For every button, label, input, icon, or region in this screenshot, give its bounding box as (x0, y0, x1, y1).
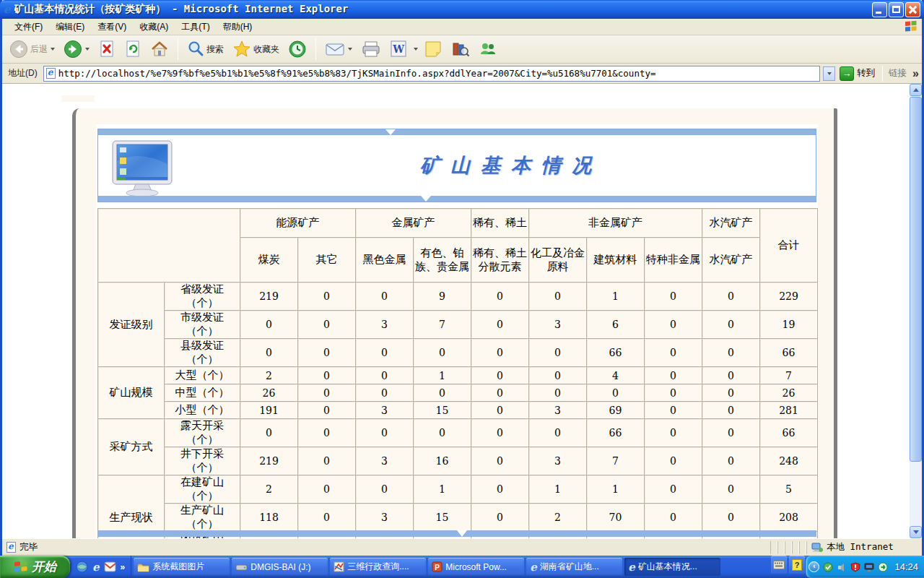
forward-button[interactable] (61, 38, 92, 60)
stats-table: 能源矿产金属矿产稀有、稀土非金属矿产水汽矿产合计煤炭其它黑色金属有色、铂族、贵金… (97, 208, 818, 538)
intranet-icon (811, 543, 823, 553)
back-button[interactable]: 后退 (6, 38, 58, 60)
value-cell: 19 (760, 311, 818, 339)
value-cell: 69 (587, 402, 645, 419)
value-cell: 281 (760, 402, 818, 419)
corner-cell (98, 209, 240, 282)
security-shield-tray-icon[interactable] (850, 562, 860, 572)
value-cell: 0 (240, 339, 298, 367)
address-label: 地址(D) (5, 67, 40, 79)
value-cell: 219 (240, 447, 298, 475)
scroll-down-button[interactable] (910, 526, 922, 538)
table-row: 中型（个）260000000026 (98, 384, 818, 402)
discuss-button[interactable] (421, 38, 445, 60)
chevron-down-icon (827, 72, 832, 75)
print-button[interactable] (358, 38, 384, 60)
taskbar-task-button[interactable]: PMicrosoft Pow... (428, 558, 524, 576)
row-label: 生产矿山（个） (165, 504, 240, 532)
messenger-button[interactable] (476, 38, 500, 60)
close-button[interactable] (905, 2, 920, 17)
table-row: 发证级别省级发证（个）21900900100229 (98, 282, 818, 311)
taskbar-task-button[interactable]: 湖南省矿山地... (526, 558, 622, 576)
taskbar-task-button[interactable]: 三维行政查询.... (330, 558, 426, 576)
start-button[interactable]: 开始 (0, 556, 70, 578)
value-cell: 0 (529, 282, 587, 311)
value-cell: 1 (587, 475, 645, 504)
quick-launch-overflow-icon[interactable]: » (121, 562, 126, 572)
volume-tray-icon[interactable] (837, 562, 847, 572)
value-cell: 2 (240, 475, 298, 504)
zone-label: 本地 Intranet (827, 541, 894, 553)
value-cell: 16 (414, 447, 471, 475)
column-header: 黑色金属 (356, 238, 414, 282)
separator (882, 66, 883, 82)
maximize-button[interactable] (889, 2, 904, 17)
menu-favorites[interactable]: 收藏(A) (133, 19, 175, 35)
value-cell: 0 (414, 339, 471, 367)
svg-text:?: ? (795, 561, 800, 569)
scrollbar-thumb[interactable] (910, 97, 922, 462)
mail-dropdown-icon[interactable] (348, 48, 352, 51)
group-label: 生产现状 (98, 475, 165, 539)
scroll-up-button[interactable] (910, 84, 922, 96)
value-cell: 0 (414, 384, 471, 402)
network-tray-icon[interactable] (878, 562, 888, 572)
value-cell: 229 (760, 282, 818, 311)
edit-word-button[interactable]: W (387, 38, 410, 60)
value-cell: 5 (760, 475, 818, 504)
address-input[interactable]: http://localhost/%e7%9f%bf%e5%b1%b1%e5%8… (43, 66, 820, 82)
page-viewport: 矿山基本情况 能源矿产金属矿产稀有、稀土非金属矿产水汽矿产合计煤炭其它黑色金属有… (2, 84, 922, 538)
messenger-icon (479, 40, 497, 59)
hide-icons-button[interactable] (808, 561, 819, 572)
back-icon (9, 40, 28, 59)
table-header-row: 能源矿产金属矿产稀有、稀土非金属矿产水汽矿产合计 (98, 209, 818, 238)
maximize-icon (892, 6, 900, 13)
menu-tools[interactable]: 工具(T) (175, 19, 216, 35)
mail-button[interactable] (322, 38, 355, 60)
menu-edit[interactable]: 编辑(E) (49, 19, 91, 35)
links-overflow-icon[interactable] (912, 67, 919, 80)
table-row: 采矿方式露天开采（个）000000660066 (98, 419, 818, 447)
search-button[interactable]: 搜索 (184, 38, 227, 60)
antivirus-tray-icon[interactable] (823, 562, 833, 572)
outlook-icon[interactable] (104, 561, 116, 573)
value-cell: 0 (702, 402, 760, 419)
display-tray-icon[interactable] (864, 562, 874, 572)
value-cell: 0 (298, 282, 356, 311)
value-cell: 0 (298, 311, 356, 339)
taskbar-task-button[interactable]: DMGIS-BAI (J:) (232, 558, 328, 576)
address-dropdown-button[interactable] (823, 66, 835, 81)
taskbar-task-button[interactable]: 系统截图图片 (134, 558, 230, 576)
menu-view[interactable]: 查看(V) (91, 19, 133, 35)
language-bar-button[interactable] (771, 556, 787, 574)
research-button[interactable] (448, 38, 473, 60)
forward-dropdown-icon[interactable] (85, 48, 90, 51)
go-button[interactable]: 转到 (838, 66, 879, 82)
desktop-shortcut-icon[interactable] (76, 561, 88, 573)
back-dropdown-icon[interactable] (51, 48, 55, 51)
value-cell: 0 (471, 367, 529, 384)
minimize-button[interactable] (872, 2, 887, 17)
stop-button[interactable] (95, 38, 118, 60)
menu-help[interactable]: 帮助(H) (217, 19, 259, 35)
vertical-scrollbar[interactable] (910, 84, 922, 538)
menu-file[interactable]: 文件(F) (8, 19, 49, 35)
edit-dropdown-icon[interactable] (414, 48, 418, 51)
taskbar-task-button[interactable]: 矿山基本情况... (624, 558, 720, 576)
column-header: 煤炭 (240, 238, 298, 282)
home-button[interactable] (147, 38, 172, 60)
windows-logo-icon (905, 20, 918, 33)
refresh-button[interactable] (121, 38, 144, 60)
favorites-button[interactable]: 收藏夹 (230, 38, 282, 60)
table-row: 矿山规模大型（个）2001004007 (98, 367, 818, 384)
ie-quicklaunch-icon[interactable] (92, 561, 100, 574)
value-cell: 0 (645, 419, 702, 447)
value-cell: 0 (702, 339, 760, 367)
value-cell: 0 (645, 339, 702, 367)
history-button[interactable] (285, 38, 310, 60)
links-label[interactable]: 链接 (886, 67, 910, 79)
help-tray-button[interactable]: ? (789, 556, 805, 574)
value-cell: 0 (298, 402, 356, 419)
table-row: 市级发证（个）00370360019 (98, 311, 818, 339)
title-bar[interactable]: 矿山基本情况统计（按矿类矿种） - Microsoft Internet Exp… (0, 0, 924, 19)
